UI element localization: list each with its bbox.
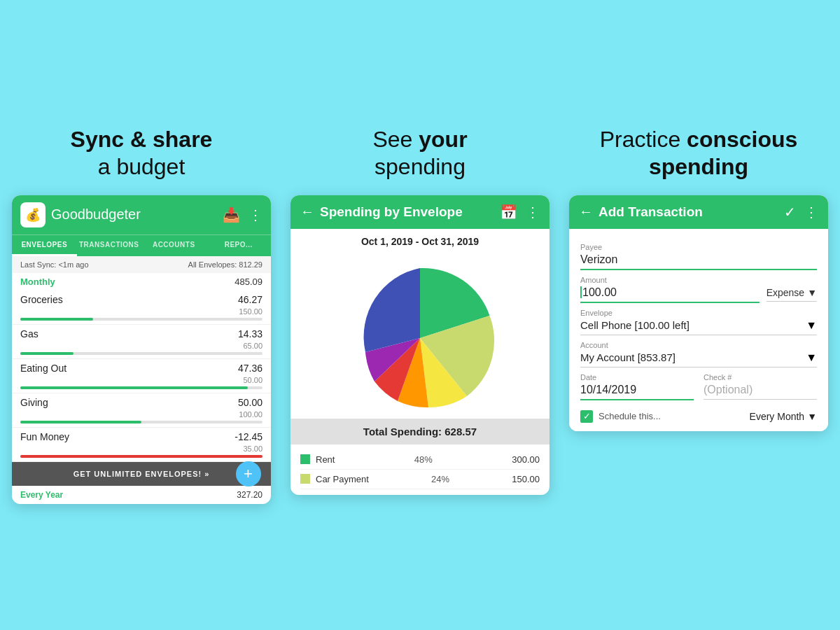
envelope-item-gas[interactable]: Gas 14.33 65.00	[12, 325, 271, 359]
section-amount: 485.09	[234, 276, 262, 287]
date-field: Date 10/14/2019	[580, 368, 694, 402]
account-label: Account	[580, 341, 817, 349]
tab-envelopes[interactable]: ENVELOPES	[12, 235, 77, 256]
envelope-item-groceries[interactable]: Groceries 46.27 150.00	[12, 290, 271, 325]
envelope-budget: 35.00	[20, 444, 262, 453]
chart-legend: Rent 48% 300.00 Car Payment 24% 150.00	[290, 444, 550, 495]
sbe-header: ← Spending by Envelope 📅 ⋮	[290, 195, 550, 229]
progress-bg	[20, 421, 262, 424]
envelope-name: Groceries	[20, 294, 63, 305]
check-field: Check # (Optional)	[704, 368, 817, 402]
more-icon[interactable]: ⋮	[248, 206, 262, 223]
envelope-amount: 14.33	[238, 328, 262, 340]
envelope-name: Eating Out	[20, 363, 66, 374]
envelope-name: Gas	[20, 328, 38, 340]
panel3-phone: ← Add Transaction ✓ ⋮ Payee Verizon Amou…	[569, 195, 828, 431]
legend-color-rent	[300, 454, 310, 464]
amount-label: Amount	[580, 276, 817, 284]
envelope-budget: 50.00	[20, 376, 262, 384]
expense-label: Expense	[766, 287, 804, 298]
svg-rect-1	[300, 474, 310, 484]
panel-sync-share: Sync & share Every Year a budget 💰 Goodb…	[12, 126, 271, 504]
tab-accounts[interactable]: ACCOUNTS	[141, 235, 206, 256]
at-header: ← Add Transaction ✓ ⋮	[569, 195, 828, 229]
slice-7	[364, 268, 420, 352]
tab-reports[interactable]: REPO...	[206, 235, 272, 256]
envelope-name: Fun Money	[20, 431, 69, 442]
envelope-amount: 50.00	[238, 397, 262, 408]
progress-fill-red	[20, 455, 262, 458]
envelope-amount: -12.45	[234, 431, 262, 442]
date-value[interactable]: 10/14/2019	[580, 384, 694, 400]
gb-tabs: ENVELOPES TRANSACTIONS ACCOUNTS REPO...	[12, 234, 271, 256]
all-envelopes: All Envelopes: 812.29	[188, 260, 262, 269]
envelope-item-fun-money[interactable]: Fun Money -12.45 35.00	[12, 428, 271, 462]
panel1-title: Sync & share Every Year a budget	[71, 126, 213, 180]
gb-footer: Every Year 327.20	[12, 486, 271, 504]
envelope-item-giving[interactable]: Giving 50.00 100.00	[12, 393, 271, 428]
envelope-budget: 150.00	[20, 307, 262, 316]
sync-row: Last Sync: <1m ago All Envelopes: 812.29	[12, 256, 271, 273]
envelope-name: Giving	[20, 397, 48, 408]
panel-conscious-spending: Practice consciousspending ← Add Transac…	[569, 126, 828, 431]
panel2-phone: ← Spending by Envelope 📅 ⋮ Oct 1, 2019 -…	[290, 195, 550, 495]
footer-label: Every Year	[20, 490, 63, 500]
payee-field[interactable]: Verizon	[580, 253, 817, 270]
panel2-title: See your spending	[372, 126, 467, 180]
cta-text: GET UNLIMITED ENVELOPES! »	[74, 470, 210, 478]
date-check-row: Date 10/14/2019 Check # (Optional)	[580, 368, 817, 402]
sync-status: Last Sync: <1m ago	[20, 260, 89, 269]
account-value: My Account [853.87]	[580, 351, 676, 363]
check-label: Check #	[704, 373, 817, 382]
gb-header: 💰 Goodbudgeter 📥 ⋮	[12, 195, 271, 234]
svg-rect-0	[300, 454, 310, 464]
progress-fill	[20, 421, 141, 424]
envelope-item-eating-out[interactable]: Eating Out 47.36 50.00	[12, 359, 271, 393]
back-icon[interactable]: ←	[300, 204, 314, 220]
at-header-left: ← Add Transaction	[579, 204, 703, 220]
more-icon[interactable]: ⋮	[804, 204, 818, 220]
sbe-title: Spending by Envelope	[320, 204, 463, 220]
legend-color-car	[300, 474, 310, 484]
gb-app-name: Goodbudgeter	[51, 206, 141, 223]
amount-field[interactable]: 100.00	[580, 286, 760, 303]
check-icon[interactable]: ✓	[784, 204, 796, 220]
footer-amount: 327.20	[237, 490, 262, 500]
calendar-icon[interactable]: 📅	[500, 204, 517, 220]
pie-chart	[343, 261, 497, 415]
fab-button[interactable]: +	[236, 461, 261, 486]
schedule-row: ✓ Schedule this... Every Month ▼	[580, 410, 817, 423]
more-icon[interactable]: ⋮	[526, 204, 540, 220]
gb-header-icons: 📥 ⋮	[223, 206, 262, 223]
legend-pct: 24%	[431, 474, 449, 484]
schedule-label: Schedule this...	[598, 411, 661, 421]
envelope-dropdown[interactable]: Cell Phone [100.00 left] ▼	[580, 319, 817, 335]
tab-transactions[interactable]: TRANSACTIONS	[77, 235, 142, 256]
progress-bg	[20, 386, 262, 389]
panel-see-spending: See your spending ← Spending by Envelope…	[290, 126, 550, 495]
account-dropdown[interactable]: My Account [853.87] ▼	[580, 351, 817, 368]
gb-logo: 💰 Goodbudgeter	[20, 202, 141, 227]
legend-amt: 300.00	[512, 454, 540, 465]
back-icon[interactable]: ←	[579, 204, 593, 220]
legend-name: Rent	[316, 454, 335, 465]
dropdown-arrow: ▼	[806, 319, 817, 332]
schedule-checkbox[interactable]: ✓	[580, 410, 593, 423]
main-container: Sync & share Every Year a budget 💰 Goodb…	[0, 105, 840, 525]
cta-button[interactable]: GET UNLIMITED ENVELOPES! » +	[12, 462, 271, 486]
check-value[interactable]: (Optional)	[704, 384, 817, 400]
monthly-section-header: Monthly 485.09	[12, 273, 271, 290]
progress-fill	[20, 386, 248, 389]
envelope-amount: 47.36	[238, 363, 262, 374]
pie-chart-area	[290, 254, 550, 419]
schedule-dropdown[interactable]: Every Month ▼	[750, 411, 817, 422]
legend-name: Car Payment	[316, 474, 369, 484]
date-label: Date	[580, 373, 694, 382]
progress-bg	[20, 352, 262, 355]
progress-fill	[20, 318, 93, 321]
gb-logo-icon: 💰	[20, 202, 46, 227]
at-form: Payee Verizon Amount 100.00 Expense ▼ En…	[569, 229, 828, 431]
expense-dropdown[interactable]: Expense ▼	[766, 287, 817, 302]
envelope-budget: 65.00	[20, 342, 262, 350]
inbox-icon[interactable]: 📥	[223, 206, 240, 223]
